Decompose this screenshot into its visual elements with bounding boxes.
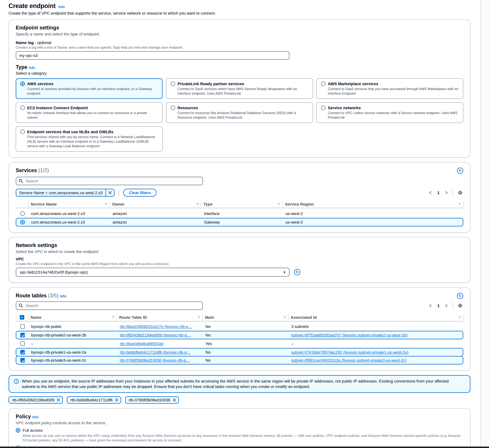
services-search-input[interactable] xyxy=(16,177,203,185)
info-icon xyxy=(14,379,19,384)
route-table-row-public[interactable]: byovpc-rtb-public rtb-0bba10806b33cb27e … xyxy=(16,322,463,331)
associated-subnet-link[interactable]: subnet-0f752ad83333ad707 (byovpc-subnet-… xyxy=(291,333,408,337)
services-counter: (1/2) xyxy=(38,167,49,173)
type-info-link[interactable]: Info xyxy=(29,66,35,70)
route-table-id-link[interactable]: rtb-076fdf3b08ed10036 (byovpc-rtb-p… xyxy=(120,358,190,363)
filter-token-label: Service Name = com.amazonaws.us-west-2.s… xyxy=(19,191,103,195)
services-page-number[interactable]: 1 xyxy=(436,191,441,195)
divider xyxy=(119,189,119,196)
search-icon xyxy=(19,179,23,183)
route-table-row-main[interactable]: – rtb-06ae0dbd6a88593a0 Yes – xyxy=(16,339,463,348)
route-table-row-private2[interactable]: byovpc-rtb-private2-us-west-2b rtb-0f654… xyxy=(16,331,463,339)
services-preferences-gear-icon[interactable] xyxy=(457,190,463,196)
services-title: Services (1/2) xyxy=(16,167,49,174)
column-name[interactable]: Name▽ xyxy=(28,314,117,320)
type-tile-marketplace[interactable]: AWS Marketplace services Connect to SaaS… xyxy=(316,78,463,99)
divider xyxy=(453,302,453,309)
policy-card: Policy Info VPC endpoint policy controls… xyxy=(8,408,470,448)
network-settings-description: Select the VPC in which to create the en… xyxy=(16,249,463,254)
name-tag-label: Name tag - optional xyxy=(16,40,463,45)
alert-text: When you use an endpoint, the source IP … xyxy=(22,379,462,390)
row-checkbox[interactable] xyxy=(20,333,25,337)
row-checkbox[interactable] xyxy=(20,341,25,346)
search-icon xyxy=(19,303,23,308)
next-page-icon[interactable] xyxy=(444,190,449,195)
radio-icon[interactable] xyxy=(321,82,326,86)
sort-icon: ▽ xyxy=(276,202,280,206)
services-filter-token: Service Name = com.amazonaws.us-west-2.s… xyxy=(16,189,114,197)
column-service-name[interactable]: Service Name▽ xyxy=(28,201,110,207)
route-tables-search-input[interactable] xyxy=(16,301,203,310)
type-tile-privatelink-partner[interactable]: PrivateLink Ready partner services Conne… xyxy=(166,78,313,99)
route-table-id-link[interactable]: rtb-0bba10806b33cb27e (byovpc-rtb-p… xyxy=(120,324,192,329)
policy-description: VPC endpoint policy controls access to t… xyxy=(16,421,463,425)
column-service-region[interactable]: Service Region▽ xyxy=(283,201,463,207)
type-tile-resources[interactable]: Resources Connect to resources like Amaz… xyxy=(166,102,313,123)
select-all-checkbox[interactable] xyxy=(16,314,28,320)
radio-icon[interactable] xyxy=(321,106,326,110)
token-close-icon[interactable] xyxy=(172,398,176,402)
route-table-id-link[interactable]: rtb-0f65438d1199ed009 (byovpc-rtb-p… xyxy=(120,333,191,337)
row-radio-icon[interactable] xyxy=(20,220,25,224)
route-tables-card: Route tables (3/5) Info ↻ xyxy=(8,287,470,371)
radio-icon[interactable] xyxy=(171,82,175,86)
route-tables-refresh-icon[interactable]: ↻ xyxy=(457,293,463,299)
column-owner[interactable]: Owner▽ xyxy=(110,201,201,207)
column-route-table-id[interactable]: Route Table ID▽ xyxy=(117,314,203,320)
network-settings-card: Network settings Select the VPC in which… xyxy=(8,237,470,283)
route-tables-search xyxy=(16,301,203,310)
row-checkbox[interactable] xyxy=(20,324,25,329)
route-tables-preferences-gear-icon[interactable] xyxy=(457,302,463,309)
type-tile-nlb-gwlb[interactable]: Endpoint services that use NLBs and GWLB… xyxy=(16,126,163,151)
type-tile-aws-services[interactable]: AWS services Connect to services provide… xyxy=(16,78,163,99)
page-title-info-link[interactable]: Info xyxy=(58,5,65,9)
route-tables-table-header: Name▽ Route Table ID▽ Main▽ Associated I… xyxy=(16,313,463,321)
next-page-icon[interactable] xyxy=(444,303,449,308)
page-description: Create the type of VPC endpoint that sup… xyxy=(8,11,470,16)
route-table-id-link[interactable]: rtb-06ae0dbd6a88593a0 xyxy=(120,341,164,346)
column-type[interactable]: Type▽ xyxy=(201,201,283,207)
associated-subnet-link[interactable]: subnet-07418de78974ac292 (byovpc-subnet-… xyxy=(291,350,408,355)
services-search xyxy=(16,177,203,185)
token-close-icon[interactable] xyxy=(115,398,118,402)
sort-icon: ▽ xyxy=(282,316,286,319)
clear-filters-button[interactable]: Clear filters xyxy=(123,189,157,197)
policy-full-access-option[interactable]: Full access xyxy=(16,428,463,432)
row-checkbox[interactable] xyxy=(20,350,25,355)
row-radio-icon[interactable] xyxy=(20,211,25,216)
service-row-interface[interactable]: com.amazonaws.us-west-2.s3 amazon Interf… xyxy=(16,209,463,218)
row-checkbox[interactable] xyxy=(20,358,25,363)
name-tag-help: Creates a tag with a key of 'Name' and a… xyxy=(16,45,463,50)
sort-icon: ▽ xyxy=(196,316,200,319)
subnets-popover-link[interactable]: 3 subnets xyxy=(291,324,309,329)
radio-icon[interactable] xyxy=(171,106,175,110)
radio-icon[interactable] xyxy=(20,130,25,134)
previous-page-icon[interactable] xyxy=(428,303,433,308)
policy-info-link[interactable]: Info xyxy=(32,415,39,419)
type-tiles: AWS services Connect to services provide… xyxy=(16,78,463,151)
filter-token-close-icon[interactable] xyxy=(106,189,114,196)
associated-subnet-link[interactable]: subnet-0f891cec049232c2e (byovpc-subnet-… xyxy=(291,358,407,363)
route-tables-page-number[interactable]: 1 xyxy=(436,303,441,308)
full-access-label: Full access xyxy=(23,428,43,432)
route-table-row-private3[interactable]: byovpc-rtb-private3-us-west-2c rtb-076fd… xyxy=(16,356,463,365)
column-associated-id[interactable]: Associated Id▽ xyxy=(288,314,463,320)
route-tables-info-link[interactable]: Info xyxy=(60,294,66,298)
vpc-refresh-icon[interactable]: ↻ xyxy=(294,269,300,275)
vpc-select[interactable]: vpc-0eb11514a74631e5f (byovpc-vpc) ▼ xyxy=(16,268,290,277)
type-tile-service-networks[interactable]: Service networks Connect to VPC Lattice … xyxy=(316,102,463,123)
route-table-row-private1[interactable]: byovpc-rtb-private1-us-west-2a rtb-0a9dd… xyxy=(16,348,463,357)
previous-page-icon[interactable] xyxy=(428,190,433,195)
services-refresh-icon[interactable]: ↻ xyxy=(457,167,463,174)
radio-icon[interactable] xyxy=(16,428,20,432)
services-card: Services (1/2) ↻ Service Name = com.amaz… xyxy=(8,162,470,232)
token-close-icon[interactable] xyxy=(57,398,60,402)
type-tile-ec2-instance-connect[interactable]: EC2 Instance Connect Endpoint An elastic… xyxy=(16,102,163,123)
name-tag-input[interactable] xyxy=(16,51,290,60)
route-table-id-link[interactable]: rtb-0a9ddbe64c1711df6 (byovpc-rtb-p… xyxy=(120,350,191,355)
column-main[interactable]: Main▽ xyxy=(203,314,288,320)
radio-icon[interactable] xyxy=(20,106,25,110)
vpc-label: VPC xyxy=(16,257,463,261)
radio-icon[interactable] xyxy=(20,82,25,86)
service-row-gateway[interactable]: com.amazonaws.us-west-2.s3 amazon Gatewa… xyxy=(16,218,463,226)
